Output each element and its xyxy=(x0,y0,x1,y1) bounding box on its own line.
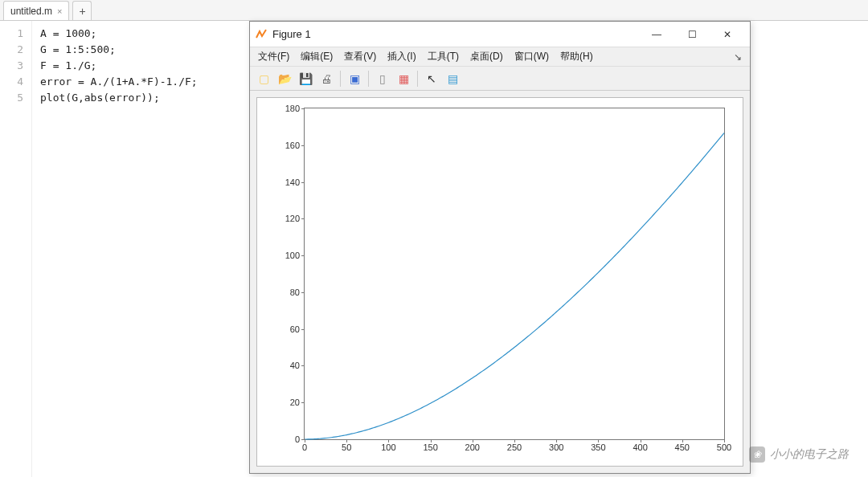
plus-icon: + xyxy=(79,5,85,18)
brush-icon[interactable]: ▦ xyxy=(395,70,412,88)
y-tick-label: 80 xyxy=(290,287,300,297)
x-tick-mark xyxy=(556,439,557,442)
menu-overflow-icon[interactable]: ↘ xyxy=(734,51,742,63)
x-tick-label: 400 xyxy=(633,442,647,452)
menu-item[interactable]: 编辑(E) xyxy=(301,50,333,63)
x-tick-label: 50 xyxy=(342,442,351,452)
y-tick-label: 40 xyxy=(290,361,300,370)
x-tick-mark xyxy=(641,439,641,442)
x-tick-mark xyxy=(431,439,432,442)
x-tick-mark xyxy=(305,439,305,442)
x-tick-label: 100 xyxy=(381,442,395,452)
x-tick-label: 0 xyxy=(302,442,307,452)
editor-tabbar: untitled.m × + xyxy=(0,0,868,21)
x-tick-label: 350 xyxy=(591,442,605,452)
x-tick-label: 250 xyxy=(507,442,522,452)
x-tick-mark xyxy=(724,439,725,442)
figure-plot-area: 0204060801001201401601800501001502002503… xyxy=(250,91,750,473)
rotate-icon[interactable]: ▯ xyxy=(374,70,391,88)
new-file-icon[interactable]: ▢ xyxy=(255,70,272,88)
plot-canvas[interactable]: 0204060801001201401601800501001502002503… xyxy=(256,97,743,467)
y-tick-mark xyxy=(301,218,305,219)
new-tab-button[interactable]: + xyxy=(72,1,92,20)
menu-item[interactable]: 窗口(W) xyxy=(514,50,549,63)
toolbar-separator xyxy=(368,71,369,87)
x-tick-label: 300 xyxy=(549,442,563,452)
x-tick-mark xyxy=(388,439,389,442)
y-tick-label: 140 xyxy=(285,177,300,187)
menu-item[interactable]: 桌面(D) xyxy=(470,50,503,63)
save-icon[interactable]: 💾 xyxy=(297,70,314,88)
line-number: 5 xyxy=(5,90,23,106)
line-gutter: 12345 xyxy=(0,21,32,477)
matlab-figure-icon xyxy=(255,28,268,41)
y-tick-mark xyxy=(301,402,305,403)
y-tick-label: 120 xyxy=(285,214,300,223)
print-icon[interactable]: 🖨 xyxy=(317,70,335,88)
line-series xyxy=(305,108,724,439)
line-number: 2 xyxy=(5,42,23,58)
y-tick-label: 60 xyxy=(290,324,300,334)
pointer-icon[interactable]: ↖ xyxy=(423,70,440,88)
datatip-icon[interactable]: ▣ xyxy=(346,70,363,88)
menu-item[interactable]: 工具(T) xyxy=(428,50,459,63)
x-tick-label: 150 xyxy=(423,442,437,452)
line-number: 1 xyxy=(5,26,23,42)
y-tick-mark xyxy=(301,292,305,293)
insert-icon[interactable]: ▤ xyxy=(444,70,461,88)
menu-item[interactable]: 插入(I) xyxy=(387,50,416,63)
y-tick-mark xyxy=(301,108,305,109)
open-folder-icon[interactable]: 📂 xyxy=(276,70,293,88)
x-tick-mark xyxy=(598,439,599,442)
x-tick-label: 200 xyxy=(465,442,480,452)
x-tick-mark xyxy=(682,439,683,442)
tab-label: untitled.m xyxy=(10,6,52,17)
x-tick-mark xyxy=(473,439,473,442)
toolbar-separator xyxy=(417,71,418,87)
axes: 0204060801001201401601800501001502002503… xyxy=(304,108,725,440)
close-button[interactable]: ✕ xyxy=(710,22,745,47)
x-tick-mark xyxy=(346,439,347,442)
y-tick-mark xyxy=(301,365,305,366)
minimize-button[interactable]: — xyxy=(639,22,674,47)
maximize-button[interactable]: ☐ xyxy=(674,22,710,47)
line-number: 3 xyxy=(5,58,23,74)
figure-toolbar: ▢📂💾🖨▣▯▦↖▤ xyxy=(250,67,750,91)
x-tick-label: 450 xyxy=(675,442,690,452)
y-tick-mark xyxy=(301,255,305,256)
figure-titlebar[interactable]: Figure 1 — ☐ ✕ xyxy=(250,22,750,47)
y-tick-label: 0 xyxy=(295,434,300,444)
code-area[interactable]: A = 1000; G = 1:5:500; F = 1./G; error =… xyxy=(32,21,206,477)
y-tick-label: 160 xyxy=(285,141,300,150)
line-number: 4 xyxy=(5,74,23,90)
y-tick-label: 100 xyxy=(285,251,300,260)
y-tick-mark xyxy=(301,182,305,183)
menu-item[interactable]: 帮助(H) xyxy=(560,50,593,63)
close-icon[interactable]: × xyxy=(57,6,62,16)
figure-window: Figure 1 — ☐ ✕ 文件(F)编辑(E)查看(V)插入(I)工具(T)… xyxy=(249,21,751,474)
editor-tab-active[interactable]: untitled.m × xyxy=(3,1,69,20)
figure-title: Figure 1 xyxy=(272,28,639,40)
y-tick-label: 20 xyxy=(290,398,300,407)
menu-item[interactable]: 查看(V) xyxy=(344,50,376,63)
y-tick-label: 180 xyxy=(285,104,300,113)
y-tick-mark xyxy=(301,145,305,146)
figure-menubar: 文件(F)编辑(E)查看(V)插入(I)工具(T)桌面(D)窗口(W)帮助(H)… xyxy=(250,47,750,67)
toolbar-separator xyxy=(340,71,341,87)
x-tick-mark xyxy=(514,439,515,442)
x-tick-label: 500 xyxy=(717,442,731,452)
y-tick-mark xyxy=(301,329,305,330)
menu-item[interactable]: 文件(F) xyxy=(258,50,289,63)
